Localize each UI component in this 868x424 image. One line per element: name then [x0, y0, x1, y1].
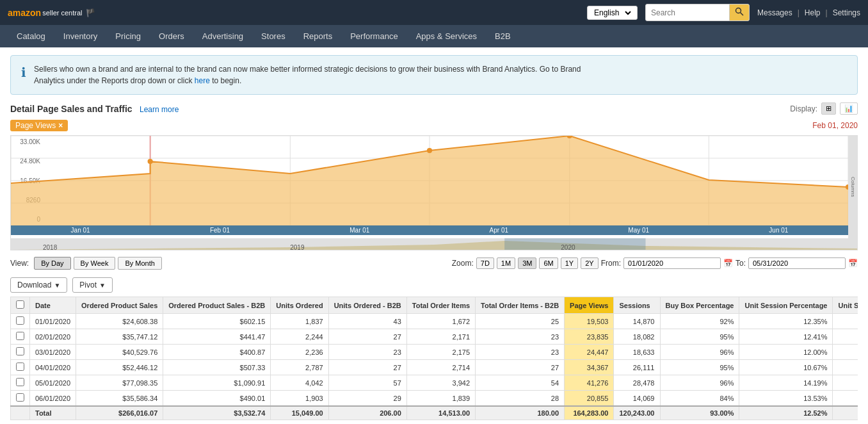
nav-catalog[interactable]: Catalog: [8, 25, 54, 47]
table-header-row: Date Ordered Product Sales Ordered Produ…: [11, 297, 858, 314]
banner-text-1: Sellers who own a brand and are internal…: [34, 65, 581, 74]
view-by-week-btn[interactable]: By Week: [74, 257, 116, 270]
table-cell: 27: [476, 360, 565, 375]
nav-apps-services[interactable]: Apps & Services: [407, 25, 486, 47]
zoom-3m-btn[interactable]: 3M: [518, 257, 536, 269]
chart-dot-feb[interactable]: [148, 159, 153, 164]
nav-advertising[interactable]: Advertising: [193, 25, 252, 47]
table-cell: 25: [476, 314, 565, 329]
table-cell: 2,171: [406, 329, 475, 345]
table-cell: 1,903: [271, 391, 328, 407]
total-sessions: 120,243.00: [614, 406, 660, 420]
header-right: English Español Deutsch Messages | Help …: [587, 4, 860, 21]
row-checkbox[interactable]: [16, 332, 24, 340]
settings-link[interactable]: Settings: [833, 8, 860, 17]
banner-text: Sellers who own a brand and are internal…: [34, 63, 581, 86]
svg-point-0: [736, 8, 741, 13]
table-cell: $400.87: [163, 345, 271, 360]
cell-date: 03/01/2020: [30, 345, 76, 360]
view-by-month-btn[interactable]: By Month: [118, 257, 161, 270]
zoom-2y-btn[interactable]: 2Y: [581, 257, 598, 269]
view-by-day-btn[interactable]: By Day: [34, 257, 70, 270]
search-box[interactable]: [645, 4, 750, 21]
table-cell: 43: [328, 314, 406, 329]
chart-inner: 33.00K 24.80K 16.50K 8260 0: [11, 136, 857, 238]
row-checkbox[interactable]: [16, 316, 24, 325]
messages-link[interactable]: Messages: [757, 8, 792, 17]
help-link[interactable]: Help: [805, 8, 821, 17]
table-cell: 18,633: [614, 345, 660, 360]
table-cell: $35,586.34: [76, 391, 163, 407]
chart-title: Detail Page Sales and Traffic: [10, 104, 133, 114]
zoom-1y-btn[interactable]: 1Y: [561, 257, 578, 269]
view-label: View:: [10, 259, 29, 268]
table-cell: $1,090.91: [163, 375, 271, 391]
x-label-may: May 01: [628, 227, 649, 234]
total-units-ordered: 15,049.00: [271, 406, 328, 420]
col-unit-session-pct: Unit Session Percentage: [739, 297, 833, 314]
table-cell: 12.00%: [739, 345, 833, 360]
zoom-1m-btn[interactable]: 1M: [497, 257, 515, 269]
table-body: 01/01/2020$24,608.38$602.151,837431,6722…: [11, 314, 858, 407]
cell-page-views: 34,367: [565, 360, 614, 375]
nav-inventory[interactable]: Inventory: [54, 25, 106, 47]
chart-dot-apr[interactable]: [427, 148, 432, 153]
col-units-ordered: Units Ordered: [271, 297, 328, 314]
nav-stores[interactable]: Stores: [252, 25, 294, 47]
display-table-btn[interactable]: ⊞: [821, 102, 836, 115]
display-toggle: Display: ⊞ 📊: [790, 102, 858, 115]
table-cell: $490.01: [163, 391, 271, 407]
row-checkbox[interactable]: [16, 363, 24, 371]
language-selector[interactable]: English Español Deutsch: [587, 6, 638, 20]
to-date-input[interactable]: [748, 257, 846, 269]
row-checkbox[interactable]: [16, 347, 24, 355]
display-chart-btn[interactable]: 📊: [840, 102, 858, 115]
table-cell: 0.20%: [833, 375, 858, 391]
table-cell: 26,111: [614, 360, 660, 375]
table-cell: 0.29%: [833, 314, 858, 329]
language-dropdown[interactable]: English Español Deutsch: [591, 8, 633, 18]
table-cell: $24,608.38: [76, 314, 163, 329]
learn-more-link[interactable]: Learn more: [140, 105, 179, 114]
search-icon: [735, 7, 744, 16]
nav-b2b[interactable]: B2B: [486, 25, 520, 47]
right-sidebar-indicator[interactable]: Columns: [848, 136, 857, 238]
calendar-from-icon[interactable]: 📅: [723, 259, 733, 268]
mini-timeline[interactable]: 2018 2019 2020: [11, 238, 857, 250]
search-button[interactable]: [729, 4, 749, 20]
svg-marker-15: [11, 241, 857, 250]
banner-link[interactable]: here: [195, 76, 210, 85]
pivot-label: Pivot: [79, 281, 97, 289]
chart-section: Detail Page Sales and Traffic Learn more…: [0, 102, 868, 420]
select-all-checkbox[interactable]: [16, 300, 24, 309]
total-checkbox-col: [11, 406, 30, 420]
table-cell: 10.67%: [739, 360, 833, 375]
logo-amazon: amazon: [8, 8, 41, 18]
row-checkbox[interactable]: [16, 378, 24, 386]
table-cell: $507.33: [163, 360, 271, 375]
col-units-ordered-b2b: Units Ordered - B2B: [328, 297, 406, 314]
nav-reports[interactable]: Reports: [294, 25, 342, 47]
amazon-logo: amazon seller central: [8, 8, 82, 18]
cell-page-views: 41,276: [565, 375, 614, 391]
nav-orders[interactable]: Orders: [150, 25, 193, 47]
table-cell: $40,529.76: [76, 345, 163, 360]
nav-performance[interactable]: Performance: [341, 25, 406, 47]
col-unit-session-pct-b2b: Unit Session Percentage - B2B: [833, 297, 858, 314]
table-cell: 54: [476, 375, 565, 391]
table-cell: 18,082: [614, 329, 660, 345]
page-views-filter-tag[interactable]: Page Views ×: [10, 120, 68, 131]
col-checkbox: [11, 297, 30, 314]
row-checkbox[interactable]: [16, 393, 24, 402]
pivot-dropdown[interactable]: Pivot ▼: [72, 277, 113, 293]
zoom-6m-btn[interactable]: 6M: [539, 257, 558, 269]
table-cell: 23: [476, 329, 565, 345]
zoom-7d-btn[interactable]: 7D: [476, 257, 494, 269]
from-date-input[interactable]: [623, 257, 721, 269]
search-input[interactable]: [646, 6, 729, 19]
calendar-to-icon[interactable]: 📅: [848, 259, 858, 268]
nav-pricing[interactable]: Pricing: [106, 25, 150, 47]
chart-filter: Page Views × Feb 01, 2020: [10, 120, 858, 131]
filter-tag-remove[interactable]: ×: [58, 121, 63, 130]
download-dropdown[interactable]: Download ▼: [10, 277, 67, 293]
